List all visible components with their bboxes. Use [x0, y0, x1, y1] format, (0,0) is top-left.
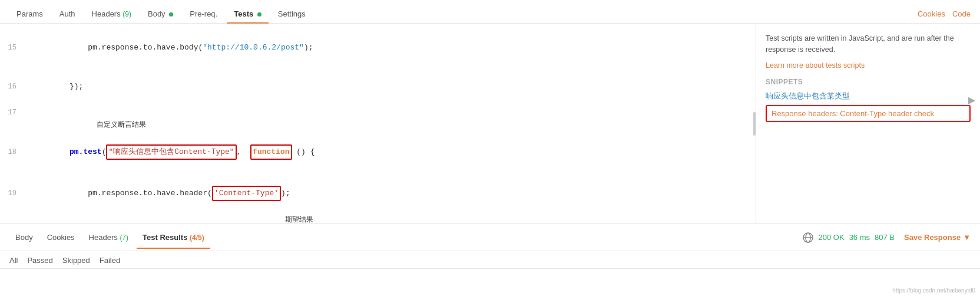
snippets-info-text: Test scripts are written in JavaScript, …	[766, 33, 971, 55]
top-tabs-bar: Params Auth Headers (9) Body Pre-req. Te…	[0, 0, 980, 24]
tab-tests[interactable]: Tests	[227, 5, 269, 23]
chevron-down-icon: ▼	[963, 233, 971, 242]
tab-auth[interactable]: Auth	[52, 5, 82, 23]
bottom-tab-headers[interactable]: Headers (7)	[83, 226, 134, 249]
top-tabs-right: Cookies Code	[918, 9, 971, 18]
save-response-button[interactable]: Save Response ▼	[904, 233, 971, 242]
bottom-tabs-right: 200 OK 36 ms 807 B Save Response ▼	[802, 232, 971, 244]
bottom-tabs-left: Body Cookies Headers (7) Test Results (4…	[9, 226, 210, 249]
code-line-18: 18 pm.test("响应头信息中包含Content-Type", funct…	[0, 131, 756, 173]
main-content: 15 pm.response.to.have.body("http://10.0…	[0, 24, 980, 224]
code-line-16: 16 });	[0, 67, 756, 106]
code-line-15: 15 pm.response.to.have.body("http://10.0…	[0, 28, 756, 67]
annotation-expected-result: 期望结果	[283, 214, 316, 223]
status-size: 807 B	[875, 233, 895, 242]
headers-badge: (9)	[122, 10, 131, 18]
resize-handle[interactable]	[753, 112, 756, 136]
code-editor[interactable]: 15 pm.response.to.have.body("http://10.0…	[0, 24, 756, 223]
tab-body[interactable]: Body	[141, 5, 180, 23]
expand-arrow-icon[interactable]: ▶	[968, 94, 975, 106]
status-code: 200 OK	[819, 233, 845, 242]
sub-tab-skipped[interactable]: Skipped	[62, 256, 90, 268]
sub-tab-all[interactable]: All	[9, 256, 18, 268]
bottom-tabs-bar: Body Cookies Headers (7) Test Results (4…	[0, 224, 980, 251]
tab-settings[interactable]: Settings	[271, 5, 313, 23]
body-dot	[169, 12, 173, 17]
snippet-content-type-check[interactable]: Response headers: Content-Type header ch…	[766, 105, 971, 122]
cookies-link[interactable]: Cookies	[918, 9, 945, 18]
snippets-panel: Test scripts are written in JavaScript, …	[756, 24, 980, 223]
code-editor-panel: 15 pm.response.to.have.body("http://10.0…	[0, 24, 756, 223]
code-line-19: 19 pm.response.to.have.header('Content-T…	[0, 173, 756, 214]
snippets-title: SNIPPETS	[766, 78, 971, 86]
bottom-sub-tabs: All Passed Skipped Failed	[0, 251, 980, 269]
bottom-tab-body[interactable]: Body	[9, 226, 39, 249]
code-link[interactable]: Code	[952, 9, 971, 18]
code-line-17: 17	[0, 106, 756, 119]
tab-headers[interactable]: Headers (9)	[85, 5, 138, 23]
bottom-tab-cookies[interactable]: Cookies	[41, 226, 81, 249]
status-time: 36 ms	[849, 233, 870, 242]
status-group: 200 OK 36 ms 807 B	[802, 232, 895, 244]
tests-dot	[257, 12, 261, 17]
tab-params[interactable]: Params	[9, 5, 50, 23]
learn-more-link[interactable]: Learn more about tests scripts	[766, 61, 971, 70]
function-keyword: function	[253, 147, 289, 156]
headers-count-badge: (7)	[120, 233, 128, 242]
test-results-badge: (4/5)	[190, 233, 204, 242]
sub-tab-passed[interactable]: Passed	[27, 256, 52, 268]
top-tabs-left: Params Auth Headers (9) Body Pre-req. Te…	[9, 5, 313, 23]
globe-icon	[802, 232, 814, 244]
tab-prereq[interactable]: Pre-req.	[183, 5, 224, 23]
bottom-tab-test-results[interactable]: Test Results (4/5)	[137, 226, 210, 249]
sub-tab-failed[interactable]: Failed	[100, 256, 120, 268]
annotation-custom-assertion: 自定义断言结果	[94, 119, 148, 130]
snippet-response-header-type[interactable]: 响应头信息中包含某类型	[766, 91, 971, 101]
